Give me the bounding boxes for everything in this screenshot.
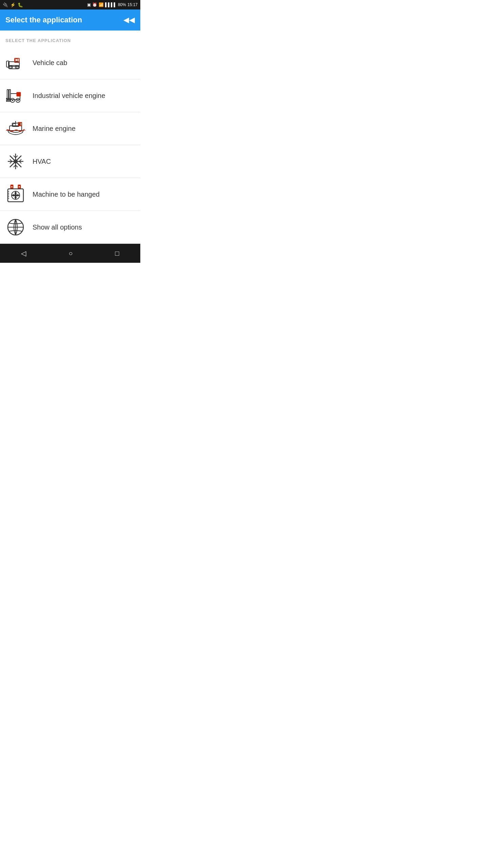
clock-icon: ⏰: [92, 2, 97, 7]
list-item-hvac[interactable]: HVAC: [0, 145, 140, 178]
nav-back-button[interactable]: ◁: [14, 246, 33, 261]
industrial-vehicle-engine-label: Industrial vehicle engine: [33, 92, 105, 100]
svg-rect-14: [6, 100, 11, 101]
machine-to-be-hanged-label: Machine to be hanged: [33, 191, 100, 198]
marine-engine-icon: [5, 118, 26, 139]
section-label: SELECT THE APPLICATION: [0, 31, 140, 46]
list-item-industrial-vehicle-engine[interactable]: Industrial vehicle engine: [0, 79, 140, 112]
bug-icon: 🐛: [18, 2, 23, 7]
show-all-options-label: Show all options: [33, 223, 82, 231]
usb2-icon: ⚡: [10, 2, 16, 7]
battery-text: 80%: [118, 2, 126, 7]
signal-icon: ▌▌▌▌: [105, 2, 117, 7]
page-title: Select the application: [5, 16, 82, 24]
bottom-navigation: ◁ ○ □: [0, 244, 140, 263]
svg-rect-24: [20, 122, 22, 126]
wifi-icon: 📶: [99, 2, 104, 7]
usb-icon: 🔌: [3, 2, 8, 7]
list-item-show-all-options[interactable]: Show all options: [0, 211, 140, 244]
marine-engine-label: Marine engine: [33, 125, 76, 133]
nav-recent-button[interactable]: □: [108, 246, 126, 261]
nav-home-button[interactable]: ○: [62, 246, 79, 261]
vehicle-cab-icon: [5, 53, 26, 73]
svg-rect-10: [17, 92, 21, 96]
list-item-machine-to-be-hanged[interactable]: Machine to be hanged: [0, 178, 140, 211]
status-left: 🔌 ⚡ 🐛: [3, 2, 23, 7]
sim-icon: ▣: [87, 2, 91, 7]
time-display: 15:17: [127, 2, 138, 7]
industrial-vehicle-engine-icon: [5, 85, 26, 106]
svg-point-18: [17, 100, 19, 101]
list-item-marine-engine[interactable]: Marine engine: [0, 112, 140, 145]
svg-point-16: [12, 100, 13, 101]
show-all-options-icon: [5, 217, 26, 237]
vehicle-cab-label: Vehicle cab: [33, 59, 67, 67]
hvac-label: HVAC: [33, 158, 51, 165]
back-button[interactable]: ◀◀: [123, 16, 135, 24]
svg-point-40: [11, 186, 13, 188]
svg-point-41: [19, 186, 20, 188]
svg-point-44: [15, 194, 17, 196]
hvac-icon: [5, 151, 26, 172]
status-right: ▣ ⏰ 📶 ▌▌▌▌ 80% 15:17: [87, 2, 138, 7]
status-bar: 🔌 ⚡ 🐛 ▣ ⏰ 📶 ▌▌▌▌ 80% 15:17: [0, 0, 140, 9]
app-header: Select the application ◀◀: [0, 9, 140, 31]
svg-rect-2: [15, 59, 18, 61]
machine-to-be-hanged-icon: [5, 184, 26, 204]
application-list: Vehicle cab Indust: [0, 46, 140, 244]
list-item-vehicle-cab[interactable]: Vehicle cab: [0, 46, 140, 79]
